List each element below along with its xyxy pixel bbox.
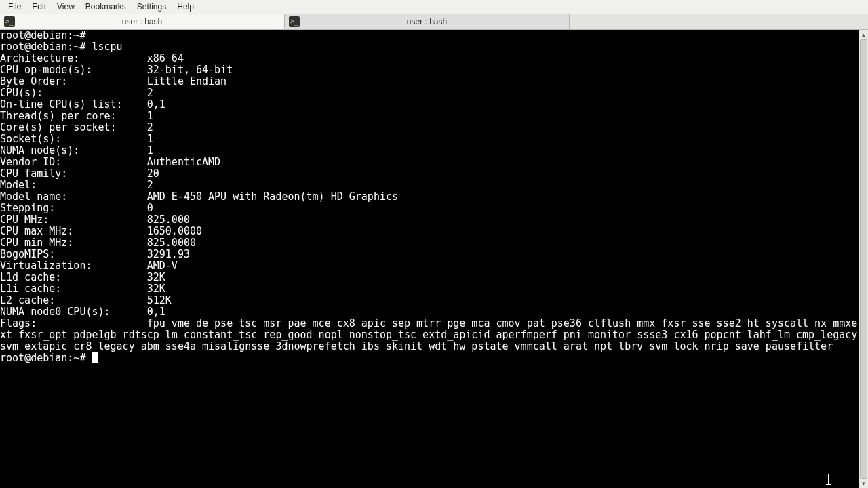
menu-help[interactable]: Help [172,1,199,13]
terminal-line: CPU op-mode(s): 32-bit, 64-bit [0,64,859,76]
terminal-line: root@debian:~# lscpu [0,41,859,53]
terminal-line: NUMA node0 CPU(s): 0,1 [0,306,859,318]
terminal-line: Socket(s): 1 [0,134,859,145]
terminal-line: CPU max MHz: 1650.0000 [0,226,859,237]
terminal-line: Virtualization: AMD-V [0,260,859,272]
scrollbar-vertical[interactable]: ▴ ▾ [859,30,868,488]
menu-file[interactable]: File [3,1,26,13]
terminal-area: root@debian:~# root@debian:~# lscpuArchi… [0,30,868,488]
terminal-line: CPU family: 20 [0,168,859,180]
terminal-icon: >_ [4,16,15,27]
terminal-output[interactable]: root@debian:~# root@debian:~# lscpuArchi… [0,30,859,488]
terminal-line: Architecture: x86_64 [0,53,859,64]
terminal-cursor [92,352,98,363]
terminal-icon: >_ [289,16,300,27]
tab-label: user : bash [304,17,565,26]
terminal-line: NUMA node(s): 1 [0,145,859,157]
terminal-line: L1d cache: 32K [0,272,859,283]
scrollbar-thumb[interactable] [860,39,867,479]
terminal-line: Thread(s) per core: 1 [0,110,859,122]
menu-settings[interactable]: Settings [132,1,172,13]
terminal-line: Flags: fpu vme de pse tsc msr pae mce cx… [0,318,859,352]
menu-view[interactable]: View [52,1,80,13]
mouse-cursor-ibeam [828,474,829,486]
terminal-window: FileEditViewBookmarksSettingsHelp >_user… [0,0,868,488]
scrollbar-track[interactable] [859,39,868,479]
terminal-line: On-line CPU(s) list: 0,1 [0,99,859,110]
terminal-line: L1i cache: 32K [0,283,859,295]
terminal-line: root@debian:~# [0,30,859,41]
terminal-line: L2 cache: 512K [0,295,859,306]
terminal-line: CPU(s): 2 [0,87,859,99]
tab-bar: >_user : bash>_user : bash [0,14,868,30]
scrollbar-up-button[interactable]: ▴ [859,30,868,39]
menu-bookmarks[interactable]: Bookmarks [80,1,132,13]
terminal-prompt[interactable]: root@debian:~# [0,352,859,364]
terminal-line: Stepping: 0 [0,203,859,214]
terminal-line: Core(s) per socket: 2 [0,122,859,134]
tab-label: user : bash [19,17,280,26]
tab-1[interactable]: >_user : bash [285,14,570,29]
terminal-line: CPU MHz: 825.000 [0,214,859,226]
terminal-line: BogoMIPS: 3291.93 [0,249,859,260]
terminal-line: Byte Order: Little Endian [0,76,859,87]
terminal-line: CPU min MHz: 825.0000 [0,237,859,249]
terminal-line: Model: 2 [0,180,859,191]
tab-0[interactable]: >_user : bash [0,14,285,29]
menubar: FileEditViewBookmarksSettingsHelp [0,0,868,14]
menu-edit[interactable]: Edit [26,1,52,13]
scrollbar-down-button[interactable]: ▾ [859,479,868,488]
terminal-line: Model name: AMD E-450 APU with Radeon(tm… [0,191,859,203]
terminal-line: Vendor ID: AuthenticAMD [0,157,859,168]
